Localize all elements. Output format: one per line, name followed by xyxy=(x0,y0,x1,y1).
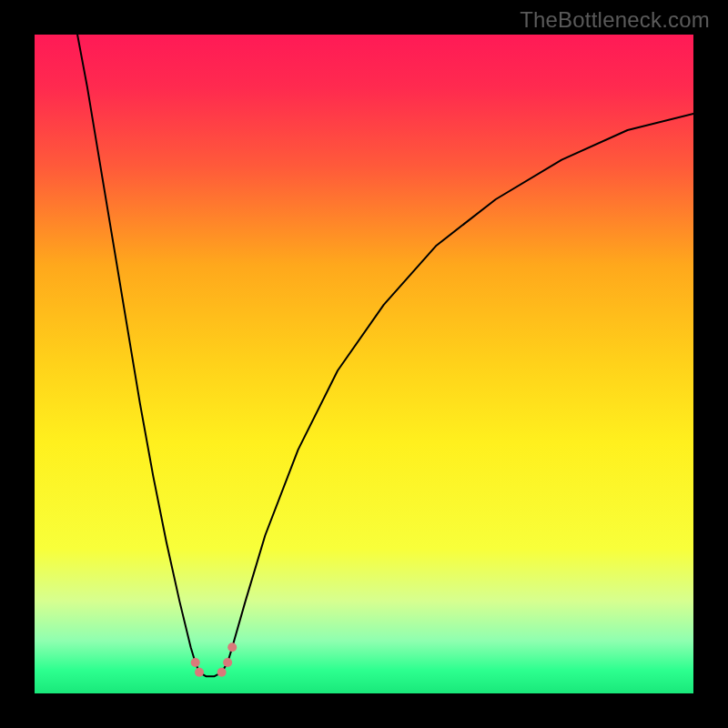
bottleneck-curve xyxy=(77,35,693,676)
plot-area xyxy=(35,35,693,693)
markers xyxy=(191,642,238,677)
marker-right-top xyxy=(228,642,237,652)
frame: TheBottleneck.com xyxy=(0,0,728,728)
watermark-text: TheBottleneck.com xyxy=(520,7,710,33)
marker-right-lower xyxy=(217,668,227,677)
marker-left-lower xyxy=(195,668,204,677)
marker-right-upper xyxy=(223,658,232,667)
curve-layer xyxy=(35,35,693,693)
marker-left-upper xyxy=(191,658,200,667)
